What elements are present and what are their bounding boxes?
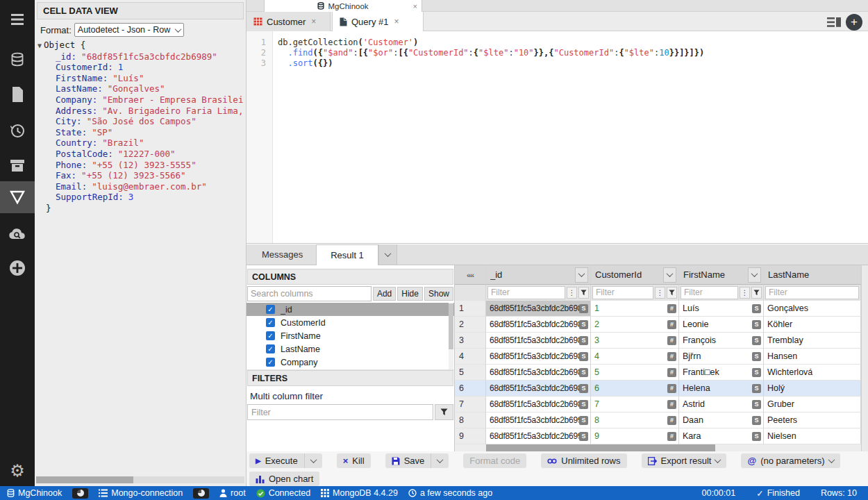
add-column-button[interactable]: Add — [373, 287, 396, 301]
id-cell[interactable]: 68df85f1fc5a3cbfdc2b6989S — [486, 301, 591, 317]
id-cell[interactable]: 68df85f1fc5a3cbfdc2b698cS — [486, 349, 591, 365]
row-number[interactable]: 4 — [455, 349, 486, 365]
first-name-cell[interactable]: LuísS — [679, 301, 764, 317]
filter-options-button[interactable]: ⋮ — [567, 287, 577, 299]
first-name-cell[interactable]: FrançoisS — [679, 333, 764, 349]
tab-query-1[interactable]: Query #1 × — [332, 12, 424, 31]
filter-options-button[interactable]: ⋮ — [655, 287, 665, 299]
export-result-button[interactable]: Export result — [642, 453, 727, 468]
customer-id-cell[interactable]: 8# — [591, 412, 679, 428]
filter-funnel-button[interactable] — [751, 287, 762, 299]
checkbox-checked-icon[interactable]: ✓ — [266, 305, 275, 314]
checkbox-checked-icon[interactable]: ✓ — [266, 358, 275, 367]
statusbar-connected[interactable]: Connected — [256, 488, 310, 498]
collapse-columns-button[interactable]: «« — [455, 265, 486, 285]
close-icon[interactable]: × — [413, 2, 417, 10]
column-menu-button[interactable] — [575, 267, 588, 283]
new-tab-plus-icon[interactable]: + — [846, 14, 862, 31]
statusbar-database[interactable]: MgChinook — [7, 488, 62, 498]
expander-icon[interactable]: ▼ — [37, 42, 42, 49]
layout-list-icon[interactable] — [827, 17, 842, 28]
checkbox-checked-icon[interactable]: ✓ — [266, 331, 275, 340]
window-tab-mgchinook[interactable]: MgChinook × — [264, 0, 422, 12]
columns-list-scrollbar[interactable] — [449, 303, 453, 369]
first-name-cell[interactable]: HelenaS — [679, 381, 764, 397]
last-name-cell[interactable]: Wichterlová — [764, 365, 861, 381]
customer-id-cell[interactable]: 4# — [591, 349, 679, 365]
checkbox-checked-icon[interactable]: ✓ — [266, 344, 275, 353]
row-number[interactable]: 9 — [455, 428, 486, 444]
customer-id-cell[interactable]: 6# — [591, 381, 679, 397]
scrollbar-thumb[interactable] — [486, 444, 715, 451]
filter-funnel-button[interactable] — [667, 287, 677, 299]
save-button[interactable]: Save — [385, 453, 449, 468]
last-name-cell[interactable]: Tremblay — [764, 333, 861, 349]
first-name-cell[interactable]: Franti□ekS — [679, 365, 764, 381]
id-cell[interactable]: 68df85f1fc5a3cbfdc2b698fS — [486, 397, 591, 412]
cloud-search-icon[interactable] — [0, 219, 35, 249]
column-filter-input[interactable] — [592, 286, 653, 299]
id-cell[interactable]: 68df85f1fc5a3cbfdc2b698eS — [486, 381, 591, 397]
column-header-firstname[interactable]: FirstName — [679, 265, 764, 285]
show-column-button[interactable]: Show — [424, 287, 453, 301]
last-name-cell[interactable]: Hansen — [764, 349, 861, 365]
scrollbar-thumb[interactable] — [36, 476, 133, 483]
format-select[interactable]: Autodetect - Json - Row — [74, 23, 184, 37]
open-chart-button[interactable]: Open chart — [249, 472, 319, 486]
tab-result-1[interactable]: Result 1 — [316, 244, 378, 265]
query-nabla-icon[interactable] — [0, 181, 35, 213]
add-connection-icon[interactable] — [0, 253, 35, 283]
multi-column-filter-input[interactable] — [247, 404, 433, 420]
connection-color-badge[interactable] — [193, 488, 209, 499]
row-number[interactable]: 7 — [455, 397, 486, 412]
customer-id-cell[interactable]: 5# — [591, 365, 679, 381]
query-editor[interactable]: 123 db.getCollection('Customer') .find({… — [247, 31, 868, 244]
execute-dropdown[interactable] — [305, 453, 322, 468]
json-root-open[interactable]: ▼Object { — [37, 40, 246, 51]
row-number[interactable]: 6 — [455, 381, 486, 397]
parameters-button[interactable]: @(no parameters) — [741, 453, 840, 468]
documents-icon[interactable] — [0, 79, 35, 110]
cell-panel-hscrollbar[interactable] — [36, 476, 244, 483]
id-cell[interactable]: 68df85f1fc5a3cbfdc2b698aS — [486, 317, 591, 333]
statusbar-version[interactable]: MongoDB 4.4.29 — [321, 488, 398, 498]
row-number[interactable]: 1 — [455, 301, 486, 317]
customer-id-cell[interactable]: 2# — [591, 317, 679, 333]
customer-id-cell[interactable]: 7# — [591, 397, 679, 412]
row-number[interactable]: 2 — [455, 317, 486, 333]
statusbar-last-run[interactable]: a few seconds ago — [408, 488, 492, 498]
scrollbar-thumb[interactable] — [449, 303, 453, 349]
column-list-item[interactable]: ✓FirstName — [247, 329, 454, 342]
first-name-cell[interactable]: DaanS — [679, 412, 764, 428]
column-list-item[interactable]: ✓LastName — [247, 342, 454, 356]
column-list-item[interactable]: ✓Company — [247, 356, 454, 369]
id-cell[interactable]: 68df85f1fc5a3cbfdc2b698dS — [486, 365, 591, 381]
last-name-cell[interactable]: Gonçalves — [764, 301, 861, 317]
table-hscrollbar[interactable] — [455, 444, 861, 451]
column-filter-input[interactable] — [765, 286, 859, 299]
search-columns-input[interactable] — [247, 286, 372, 301]
filters-section-header[interactable]: FILTERS — [247, 370, 453, 386]
apply-filter-button[interactable] — [435, 404, 453, 420]
kill-button[interactable]: ×Kill — [337, 453, 371, 468]
databases-icon[interactable] — [0, 44, 35, 75]
column-list-item[interactable]: ✓_id — [247, 303, 454, 316]
id-cell[interactable]: 68df85f1fc5a3cbfdc2b6990S — [486, 412, 591, 428]
settings-gear-icon[interactable]: ⚙ — [0, 457, 35, 485]
last-name-cell[interactable]: Nielsen — [764, 428, 861, 444]
editor-code[interactable]: db.getCollection('Customer') .find({"$an… — [273, 31, 868, 243]
column-menu-button[interactable] — [663, 267, 676, 283]
first-name-cell[interactable]: BjřrnS — [679, 349, 764, 365]
checkbox-checked-icon[interactable]: ✓ — [266, 318, 275, 327]
close-icon[interactable]: × — [394, 17, 399, 26]
tab-messages[interactable]: Messages — [260, 244, 304, 265]
archive-icon[interactable] — [0, 150, 35, 181]
column-header-customerid[interactable]: CustomerId — [591, 265, 679, 285]
table-vscrollbar[interactable] — [861, 265, 868, 451]
last-name-cell[interactable]: Köhler — [764, 317, 861, 333]
close-icon[interactable]: × — [311, 17, 316, 26]
column-list-item[interactable]: ✓CustomerId — [247, 316, 454, 329]
menu-icon[interactable] — [0, 4, 35, 35]
last-name-cell[interactable]: Holý — [764, 381, 861, 397]
execute-button[interactable]: ▶Execute — [249, 453, 322, 468]
